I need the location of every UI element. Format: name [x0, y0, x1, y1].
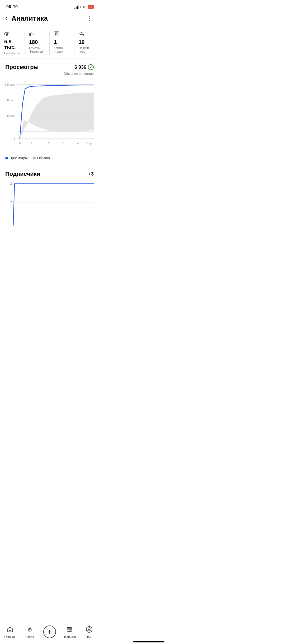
svg-text:2,5 тыс.: 2,5 тыс. [5, 114, 15, 117]
views-section-header: Просмотры 6 936 [5, 64, 94, 71]
check-icon [88, 64, 94, 70]
subscribers-header: Подписчики +3 [5, 171, 94, 177]
stat-likes: 180 Отметки"Нравится" [25, 31, 50, 55]
lte-label: LTE [80, 5, 87, 9]
comment-icon [54, 31, 59, 38]
views-section-value: 6 936 [74, 64, 94, 70]
views-chart-svg: 7,5 тыс. 5,0 тыс. 2,5 тыс. 0 0 1 2 3 4 5… [5, 79, 94, 153]
views-chart: 7,5 тыс. 5,0 тыс. 2,5 тыс. 0 0 1 2 3 4 5… [5, 79, 94, 153]
legend-normal: Обычно [33, 156, 50, 160]
comments-label: Комме-нтарии [54, 46, 64, 54]
views-section-title: Просмотры [5, 64, 39, 71]
stat-comments: 1 Комме-нтарии [50, 31, 74, 55]
page-title: Аналитика [11, 14, 48, 22]
svg-text:0: 0 [19, 142, 21, 145]
stat-shares: 16 Подели-лись [74, 31, 99, 55]
comments-value: 1 [54, 39, 57, 45]
views-section: Просмотры 6 936 Обычное значение 7,5 тыс… [0, 58, 99, 153]
shares-label: Подели-лись [79, 46, 90, 54]
subscribers-value: +3 [88, 171, 94, 177]
signal-icon [74, 5, 79, 9]
chart-legend: Просмотры Обычно [0, 156, 99, 165]
legend-normal-label: Обычно [37, 156, 50, 160]
subscribers-chart-svg: 3 2 [5, 178, 94, 231]
svg-text:0: 0 [14, 137, 15, 140]
header-left: ‹ Аналитика [4, 14, 48, 23]
views-count: 6 936 [74, 65, 86, 70]
legend-views-label: Просмотры [10, 156, 28, 160]
shares-value: 16 [79, 39, 84, 45]
status-bar: 00:10 LTE 19 [0, 0, 99, 12]
more-button[interactable]: ⋮ [86, 14, 94, 23]
svg-text:5 дн.: 5 дн. [87, 142, 93, 145]
subscribers-chart: 3 2 [5, 178, 94, 231]
likes-label: Отметки"Нравится" [29, 46, 44, 54]
svg-point-1 [6, 33, 8, 35]
stats-row: 6,9тыс. Просмотры 180 Отметки"Нравится" [0, 27, 99, 58]
svg-text:2: 2 [10, 200, 12, 204]
subscribers-section: Подписчики +3 3 2 [0, 165, 99, 231]
svg-text:5,0 тыс.: 5,0 тыс. [5, 99, 15, 102]
subscribers-title: Подписчики [5, 171, 40, 177]
svg-text:1: 1 [31, 142, 32, 145]
likes-value: 180 [29, 39, 38, 45]
status-time: 00:10 [6, 4, 18, 9]
svg-text:3: 3 [10, 182, 12, 186]
share-icon [79, 31, 84, 38]
views-value: 6,9тыс. [4, 39, 16, 50]
eye-icon [4, 31, 10, 37]
views-subtitle: Обычное значение [5, 72, 94, 76]
stat-views: 6,9тыс. Просмотры [0, 31, 25, 55]
svg-point-0 [4, 32, 9, 35]
svg-text:7,5 тыс.: 7,5 тыс. [5, 83, 15, 86]
like-icon [29, 31, 34, 38]
legend-dot-normal [33, 157, 36, 159]
back-button[interactable]: ‹ [4, 14, 8, 23]
battery-level: 19 [88, 5, 94, 9]
status-icons: LTE 19 [74, 5, 94, 9]
svg-text:4: 4 [77, 142, 79, 145]
legend-dot-views [5, 157, 8, 159]
svg-text:3: 3 [63, 142, 64, 145]
svg-text:2: 2 [48, 142, 50, 145]
legend-views: Просмотры [5, 156, 28, 160]
page-header: ‹ Аналитика ⋮ [0, 12, 99, 27]
views-label: Просмотры [4, 51, 20, 55]
